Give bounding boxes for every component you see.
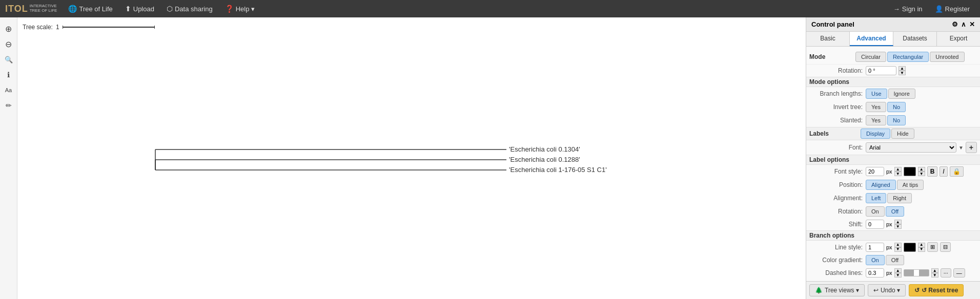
font-size-up-btn[interactable]: ▲ bbox=[894, 167, 902, 172]
nav-tree-of-life[interactable]: 🌐 Tree of Life bbox=[63, 3, 117, 15]
mode-options-label: Mode options bbox=[809, 78, 855, 86]
tree-canvas: Tree scale: 1 'Escherichia coli 0.1304' … bbox=[17, 17, 806, 299]
tab-datasets[interactable]: Datasets bbox=[893, 32, 937, 46]
dashed-color-stepper: ▲ ▼ bbox=[931, 268, 938, 277]
color-gradient-on-btn[interactable]: On bbox=[866, 255, 885, 265]
font-color-down-btn[interactable]: ▼ bbox=[918, 172, 925, 176]
nav-help[interactable]: ❓ Help ▾ bbox=[220, 3, 260, 15]
left-toolbar: ⊕ ⊖ 🔍 ℹ Aa ✏ bbox=[0, 17, 17, 299]
branch-use-btn[interactable]: Use bbox=[866, 89, 887, 99]
undo-button[interactable]: ↩ Undo ▾ bbox=[868, 284, 906, 296]
tab-advanced[interactable]: Advanced bbox=[850, 32, 893, 46]
invert-tree-label: Invert tree: bbox=[809, 103, 866, 111]
labels-hide-btn[interactable]: Hide bbox=[891, 129, 914, 139]
alignment-left-btn[interactable]: Left bbox=[866, 193, 886, 203]
position-aligned-btn[interactable]: Aligned bbox=[866, 180, 896, 190]
rotation-on-btn[interactable]: On bbox=[866, 206, 885, 217]
line-style-icon-btn2[interactable]: ⊟ bbox=[940, 242, 951, 252]
dashed-up-btn[interactable]: ▲ bbox=[894, 268, 902, 273]
alignment-row: Alignment: Left Right bbox=[806, 191, 980, 205]
zoom-fit-button[interactable]: 🔍 bbox=[2, 52, 16, 67]
nav-help-label: Help ▾ bbox=[236, 5, 255, 13]
tree-views-label: Tree views ▾ bbox=[825, 287, 859, 294]
sign-in-btn[interactable]: → Sign in bbox=[888, 3, 928, 15]
color-gradient-off-btn[interactable]: Off bbox=[886, 255, 904, 265]
line-style-icon-btn1[interactable]: ⊞ bbox=[927, 242, 938, 252]
expand-icon[interactable]: ✕ bbox=[969, 20, 975, 28]
shift-up-btn[interactable]: ▲ bbox=[894, 220, 902, 224]
nav-upload[interactable]: ⬆ Upload bbox=[120, 3, 159, 15]
reset-tree-button[interactable]: ↺ ↺ Reset tree bbox=[909, 284, 964, 296]
font-add-button[interactable]: + bbox=[966, 142, 977, 153]
labels-display-btn[interactable]: Display bbox=[861, 129, 890, 139]
branch-ignore-btn[interactable]: Ignore bbox=[888, 89, 915, 99]
tab-basic[interactable]: Basic bbox=[806, 32, 850, 46]
line-style-row: Line style: px ▲ ▼ ▲ ▼ ⊞ ⊟ bbox=[806, 241, 980, 253]
zoom-out-button[interactable]: ⊖ bbox=[2, 37, 16, 51]
tree-views-button[interactable]: 🌲 Tree views ▾ bbox=[809, 284, 865, 296]
rotation-ctrl-row: Rotation: On Off bbox=[806, 205, 980, 218]
line-color-swatch[interactable] bbox=[904, 243, 916, 252]
rotation-stepper: ▲ ▼ bbox=[899, 66, 906, 75]
line-style-unit: px bbox=[886, 244, 892, 250]
font-button[interactable]: Aa bbox=[2, 83, 16, 97]
rotation-input[interactable] bbox=[866, 66, 896, 75]
dashed-lines-label: Dashed lines: bbox=[809, 269, 866, 276]
shift-unit: px bbox=[886, 221, 892, 227]
font-select[interactable]: Arial Times New Roman Courier bbox=[866, 142, 956, 153]
nav-data-sharing[interactable]: ⬡ Data sharing bbox=[161, 3, 218, 15]
invert-no-btn[interactable]: No bbox=[887, 102, 906, 112]
color-gradient-row: Color gradient: On Off bbox=[806, 253, 980, 267]
font-size-input[interactable] bbox=[866, 167, 884, 176]
mode-unrooted-btn[interactable]: Unrooted bbox=[930, 52, 964, 62]
dashed-lines-row: Dashed lines: px ▲ ▼ ▲ ▼ ··· — bbox=[806, 267, 980, 279]
dashed-color-swatch[interactable] bbox=[904, 269, 929, 276]
shift-down-btn[interactable]: ▼ bbox=[894, 224, 902, 229]
shift-row: Shift: px ▲ ▼ bbox=[806, 218, 980, 230]
svg-text:'Escherichia coli 1-176-05 S1 : 'Escherichia coli 1-176-05 S1 C1' bbox=[509, 166, 607, 174]
nav-data-sharing-label: Data sharing bbox=[175, 5, 213, 13]
position-label: Position: bbox=[809, 181, 866, 188]
font-size-down-btn[interactable]: ▼ bbox=[894, 172, 902, 176]
cp-footer: 🌲 Tree views ▾ ↩ Undo ▾ ↺ ↺ Reset tree bbox=[806, 281, 980, 299]
font-color-swatch[interactable] bbox=[904, 167, 916, 176]
line-style-input[interactable] bbox=[866, 243, 884, 252]
slanted-yes-btn[interactable]: Yes bbox=[866, 115, 886, 125]
rotation-up-btn[interactable]: ▲ bbox=[899, 66, 906, 71]
dashed-lines-input[interactable] bbox=[866, 268, 884, 277]
slanted-no-btn[interactable]: No bbox=[887, 115, 906, 125]
invert-yes-btn[interactable]: Yes bbox=[866, 102, 886, 112]
dashed-minus-btn[interactable]: — bbox=[953, 268, 965, 277]
position-at-tips-btn[interactable]: At tips bbox=[897, 180, 924, 190]
dashed-more-btn[interactable]: ··· bbox=[941, 268, 951, 277]
line-color-down-btn[interactable]: ▼ bbox=[918, 247, 925, 252]
dashed-lines-unit: px bbox=[886, 270, 892, 276]
info-button[interactable]: ℹ bbox=[2, 68, 16, 82]
dashed-color-up-btn[interactable]: ▲ bbox=[931, 268, 938, 273]
dashed-down-btn[interactable]: ▼ bbox=[894, 273, 902, 277]
cp-header: Control panel ⚙ ∧ ✕ bbox=[806, 17, 980, 32]
rotation-off-btn[interactable]: Off bbox=[886, 206, 904, 217]
settings-icon[interactable]: ⚙ bbox=[952, 20, 958, 28]
tab-export[interactable]: Export bbox=[937, 32, 980, 46]
mode-circular-btn[interactable]: Circular bbox=[855, 52, 886, 62]
line-style-down-btn[interactable]: ▼ bbox=[894, 247, 902, 252]
dashed-color-down-btn[interactable]: ▼ bbox=[931, 273, 938, 277]
zoom-in-button[interactable]: ⊕ bbox=[2, 22, 16, 36]
upload-icon: ⬆ bbox=[125, 5, 131, 13]
alignment-right-btn[interactable]: Right bbox=[887, 193, 912, 203]
branch-options-separator: Branch options bbox=[806, 230, 980, 241]
collapse-icon[interactable]: ∧ bbox=[961, 20, 966, 28]
font-bold-button[interactable]: B bbox=[927, 166, 938, 177]
register-btn[interactable]: 👤 Register bbox=[930, 3, 975, 15]
font-lock-button[interactable]: 🔒 bbox=[950, 166, 964, 177]
rotation-down-btn[interactable]: ▼ bbox=[899, 71, 906, 75]
mode-rectangular-btn[interactable]: Rectangular bbox=[887, 52, 929, 62]
branch-lengths-buttons: Use Ignore bbox=[866, 89, 915, 99]
edit-button[interactable]: ✏ bbox=[2, 98, 16, 113]
font-color-up-btn[interactable]: ▲ bbox=[918, 167, 925, 172]
font-italic-button[interactable]: I bbox=[940, 166, 947, 177]
shift-input[interactable] bbox=[866, 220, 884, 229]
alignment-label: Alignment: bbox=[809, 195, 866, 202]
alignment-buttons: Left Right bbox=[866, 193, 912, 203]
